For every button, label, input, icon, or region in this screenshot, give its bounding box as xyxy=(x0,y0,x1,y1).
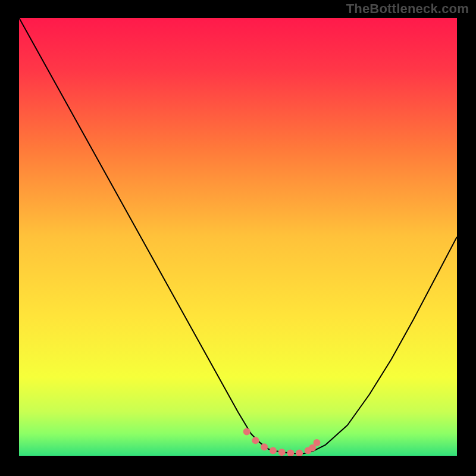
highlight-dot xyxy=(261,443,268,450)
highlight-dot xyxy=(252,437,259,444)
highlight-dot xyxy=(243,428,250,436)
watermark-text: TheBottleneck.com xyxy=(346,1,469,17)
highlight-dot xyxy=(278,449,286,456)
chart-frame: TheBottleneck.com xyxy=(0,0,476,476)
highlight-dot xyxy=(313,439,320,446)
gradient-background xyxy=(19,18,457,456)
chart-svg xyxy=(19,18,457,456)
highlight-dot xyxy=(270,447,277,454)
plot-area xyxy=(19,18,457,456)
